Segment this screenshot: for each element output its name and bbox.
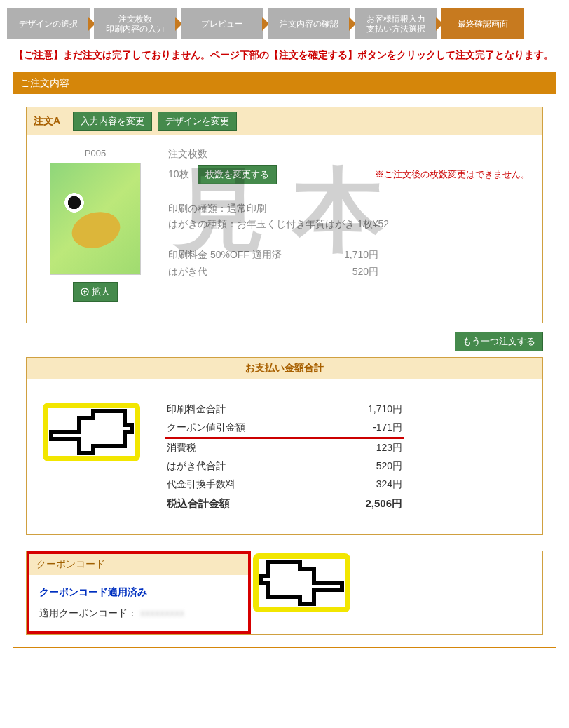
summary-table: 印刷料金合計1,710円クーポン値引金額-171円消費税123円はがき代合計52… [165,400,404,513]
print-price-label: 印刷料金 50%OFF 適用済 [168,249,344,262]
coupon-title: クーポンコード [29,554,248,575]
qty-label: 注文枚数 [168,148,207,161]
summary-row-label: 消費税 [167,442,376,454]
warning-text: 【ご注意】まだ注文は完了しておりません。ページ下部の【注文を確定する】ボタンをク… [0,48,569,72]
summary-row: 税込合計金額2,506円 [165,494,404,513]
crumb-step-0: デザインの選択 [7,8,90,39]
enlarge-button[interactable]: 拡大 [73,282,118,302]
crumb-step-1: 注文枚数印刷内容の入力 [94,8,177,39]
coupon-code-value: xxxxxxxxx [140,607,184,619]
summary-row: クーポン値引金額-171円 [165,419,404,439]
svg-rect-1 [46,405,137,459]
summary-row-label: クーポン値引金額 [167,422,373,434]
summary-row-value: 324円 [376,478,402,491]
summary-row: 消費税123円 [165,439,404,457]
crumb-step-3: 注文内容の確認 [268,8,350,39]
summary-row: 代金引換手数料324円 [165,476,404,494]
coupon-code-label: 適用クーポンコード： [39,607,137,619]
pointer-hand-icon [41,393,146,473]
change-content-button[interactable]: 入力内容を変更 [73,112,152,131]
hagaki-type-text: はがきの種類：お年玉くじ付き年賀はがき 1枚¥52 [168,218,530,231]
order-block-header: 注文A 入力内容を変更 デザインを変更 [27,107,542,135]
thumbnail-column: P005 拡大 [39,148,151,302]
add-order-button[interactable]: もう一つ注文する [455,332,543,351]
enlarge-label: 拡大 [92,286,110,297]
order-title: 注文A [34,115,60,128]
summary-row: 印刷料金合計1,710円 [165,400,404,419]
plus-icon [81,288,89,296]
svg-rect-2 [256,556,348,609]
summary-row-label: 税込合計金額 [167,497,365,511]
summary-row-value: 520円 [376,460,402,473]
summary-row-value: 123円 [376,442,402,454]
summary-body: 印刷料金合計1,710円クーポン値引金額-171円消費税123円はがき代合計52… [26,379,543,535]
design-thumbnail [50,163,141,275]
change-design-button[interactable]: デザインを変更 [158,112,237,131]
print-price-value: 1,710円 [344,249,378,262]
summary-row-label: 印刷料金合計 [167,403,368,416]
order-block: 注文A 入力内容を変更 デザインを変更 見本 P005 拡大 注文枚数 [26,107,543,323]
coupon-applied-text: クーポンコード適用済み [39,586,238,599]
crumb-step-2: プレビュー [181,8,263,39]
pointer-hand-icon [251,544,356,623]
design-id-label: P005 [39,148,151,159]
frame-title: ご注文内容 [13,73,556,94]
summary-row-value: -171円 [373,422,402,434]
print-type-text: 印刷の種類：通常印刷 [168,203,530,215]
hagaki-price-label: はがき代 [168,266,352,278]
qty-warning: ※ご注文後の枚数変更はできません。 [375,168,530,181]
crumb-step-4: お客様情報入力支払い方法選択 [355,8,437,39]
detail-column: 注文枚数 10枚 枚数を変更する ※ご注文後の枚数変更はできません。 印刷の種類… [168,148,530,302]
hagaki-price-value: 520円 [352,266,378,278]
summary-row-label: はがき代合計 [167,460,376,473]
coupon-section: クーポンコード クーポンコード適用済み 適用クーポンコード： xxxxxxxxx [26,551,543,635]
order-content-frame: ご注文内容 注文A 入力内容を変更 デザインを変更 見本 P005 拡大 [13,72,556,648]
change-qty-button[interactable]: 枚数を変更する [198,165,277,184]
coupon-code-row: 適用クーポンコード： xxxxxxxxx [39,607,238,620]
crumb-step-5: 最終確認画面 [441,8,524,39]
summary-row-value: 2,506円 [365,497,402,511]
summary-row: はがき代合計520円 [165,457,404,476]
summary-row-label: 代金引換手数料 [167,478,376,491]
breadcrumb-steps: デザインの選択注文枚数印刷内容の入力プレビュー注文内容の確認お客様情報入力支払い… [0,0,569,48]
qty-value: 10枚 [168,168,189,181]
summary-title: お支払い金額合計 [26,357,543,379]
summary-row-value: 1,710円 [368,403,402,416]
